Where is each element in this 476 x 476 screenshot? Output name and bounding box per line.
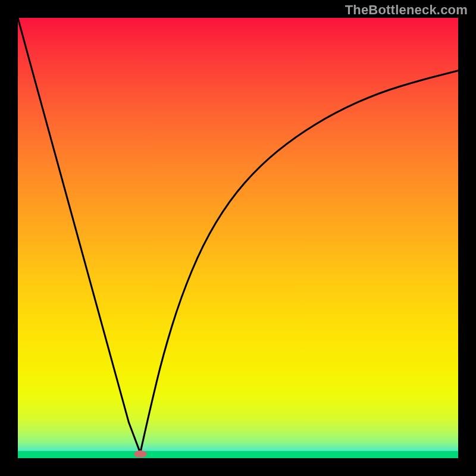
watermark-text: TheBottleneck.com bbox=[345, 2, 468, 18]
plot-area bbox=[18, 18, 458, 458]
chart-frame: TheBottleneck.com bbox=[0, 0, 476, 476]
optimal-point-marker bbox=[134, 450, 147, 458]
bottleneck-curve bbox=[18, 18, 458, 458]
